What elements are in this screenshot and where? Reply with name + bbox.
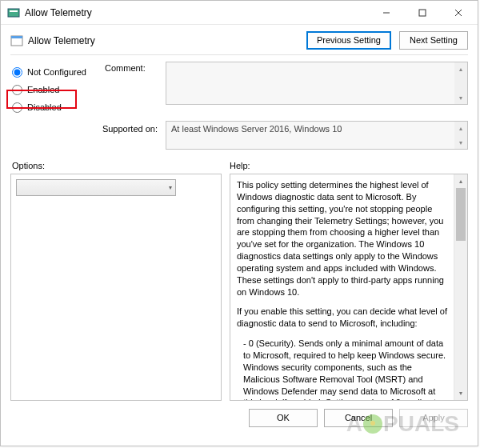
svg-rect-1 bbox=[10, 10, 18, 12]
window-controls bbox=[368, 2, 476, 24]
help-pane: This policy setting determines the highe… bbox=[230, 174, 468, 401]
radio-enabled-input[interactable] bbox=[12, 85, 22, 95]
supported-on-label: Supported on: bbox=[12, 121, 166, 134]
radio-disabled-label: Disabled bbox=[27, 102, 62, 112]
header: Allow Telemetry Previous Setting Next Se… bbox=[1, 25, 478, 54]
separator bbox=[10, 54, 468, 55]
titlebar: Allow Telemetry bbox=[1, 1, 478, 25]
body-panes: ▾ This policy setting determines the hig… bbox=[1, 172, 478, 406]
radio-disabled-input[interactable] bbox=[12, 102, 22, 113]
options-label: Options: bbox=[12, 161, 230, 170]
apply-button[interactable]: Apply bbox=[399, 409, 468, 427]
settings-area: Not Configured Enabled Disabled Comment:… bbox=[1, 60, 478, 153]
app-icon bbox=[7, 6, 20, 19]
svg-rect-0 bbox=[8, 9, 19, 17]
window-title: Allow Telemetry bbox=[25, 7, 368, 18]
state-radios: Not Configured Enabled Disabled bbox=[12, 62, 105, 116]
maximize-button[interactable] bbox=[404, 2, 440, 24]
dialog-window: Allow Telemetry Allow Telemetry Previous… bbox=[0, 0, 478, 446]
comment-textarea[interactable]: ▴ ▾ bbox=[166, 62, 468, 105]
help-label: Help: bbox=[230, 161, 250, 170]
policy-title: Allow Telemetry bbox=[28, 35, 306, 46]
scroll-down-icon[interactable]: ▾ bbox=[454, 91, 467, 104]
scroll-up-icon[interactable]: ▴ bbox=[454, 122, 467, 134]
help-b0: - 0 (Security). Sends only a minimal amo… bbox=[237, 338, 449, 400]
options-dropdown[interactable]: ▾ bbox=[16, 179, 176, 196]
help-p2: If you enable this setting, you can deci… bbox=[237, 306, 449, 330]
chevron-down-icon: ▾ bbox=[169, 184, 172, 191]
help-p1: This policy setting determines the highe… bbox=[237, 179, 449, 298]
radio-not-configured-label: Not Configured bbox=[27, 67, 86, 77]
radio-enabled[interactable]: Enabled bbox=[12, 81, 105, 98]
radio-not-configured-input[interactable] bbox=[12, 67, 22, 78]
supported-on-text: At least Windows Server 2016, Windows 10 bbox=[171, 124, 342, 134]
scroll-down-icon[interactable]: ▾ bbox=[454, 136, 467, 149]
close-button[interactable] bbox=[440, 2, 476, 24]
scrollbar-thumb[interactable] bbox=[456, 188, 466, 241]
svg-rect-7 bbox=[11, 36, 22, 38]
cancel-button[interactable]: Cancel bbox=[324, 409, 393, 427]
help-scrollbar[interactable]: ▴ ▾ bbox=[454, 174, 467, 400]
scroll-up-icon[interactable]: ▴ bbox=[454, 62, 467, 75]
radio-enabled-label: Enabled bbox=[27, 85, 59, 94]
svg-rect-3 bbox=[419, 10, 426, 16]
previous-setting-button[interactable]: Previous Setting bbox=[306, 31, 391, 50]
dialog-footer: OK Cancel Apply bbox=[1, 406, 478, 434]
minimize-button[interactable] bbox=[368, 2, 404, 24]
comment-scrollbar[interactable]: ▴ ▾ bbox=[454, 62, 467, 104]
supported-on-field: At least Windows Server 2016, Windows 10… bbox=[166, 121, 468, 150]
help-text: This policy setting determines the highe… bbox=[230, 174, 454, 400]
radio-not-configured[interactable]: Not Configured bbox=[12, 63, 105, 81]
supported-scrollbar[interactable]: ▴ ▾ bbox=[454, 122, 467, 149]
options-pane: ▾ bbox=[10, 174, 222, 401]
policy-icon bbox=[10, 34, 23, 47]
section-labels: Options: Help: bbox=[1, 153, 478, 172]
ok-button[interactable]: OK bbox=[249, 409, 318, 427]
next-setting-button[interactable]: Next Setting bbox=[399, 31, 468, 50]
scroll-up-icon[interactable]: ▴ bbox=[454, 174, 467, 188]
scroll-down-icon[interactable]: ▾ bbox=[454, 386, 467, 400]
comment-label: Comment: bbox=[105, 62, 166, 73]
radio-disabled[interactable]: Disabled bbox=[12, 98, 105, 116]
